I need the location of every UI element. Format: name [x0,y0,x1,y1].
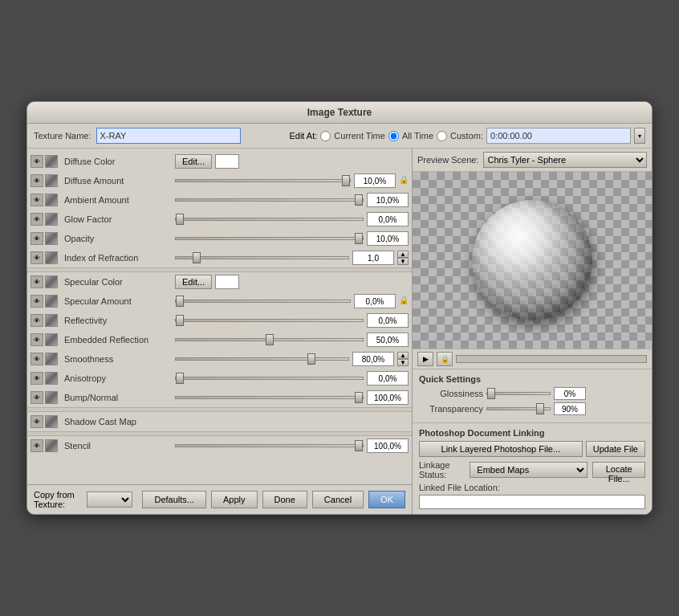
slider-anisotropy[interactable] [175,377,364,380]
eye-icon-specular-amount[interactable]: 👁 [30,295,43,308]
value-field-opacity[interactable] [367,231,409,246]
value-field-glow-factor[interactable] [367,212,409,226]
slider-index-refraction[interactable] [175,256,349,259]
lock-icon-diffuse-amount[interactable]: 🔒 [399,175,409,186]
stepper-up-index-refraction[interactable]: ▲ [397,251,409,258]
eye-icon-index-refraction[interactable]: 👁 [30,251,43,264]
eye-icon-ambient-amount[interactable]: 👁 [30,194,43,206]
value-field-anisotropy[interactable] [367,371,409,386]
eye-icon-diffuse-color[interactable]: 👁 [30,155,43,168]
param-row-index-refraction: 👁Index of Refraction▲▼ [27,248,412,267]
copy-from-select[interactable] [87,492,132,508]
param-label-stencil: Stencil [63,441,175,451]
slider-opacity[interactable] [175,237,364,240]
stepper-up-smoothness[interactable]: ▲ [397,352,409,359]
defaults-button[interactable]: Defaults... [142,491,206,508]
layer-thumb-smoothness[interactable] [45,353,58,365]
eye-icon-glow-factor[interactable]: 👁 [30,213,43,226]
value-field-embedded-reflection[interactable] [367,332,409,347]
layer-thumb-index-refraction[interactable] [45,251,58,264]
preview-scene-select[interactable]: Chris Tyler - Sphere [483,152,647,168]
linkage-select[interactable]: Embed Maps Layered Photoshop File [470,462,588,478]
edit-btn-diffuse-color[interactable]: Edit... [175,154,212,169]
slider-bump-normal[interactable] [175,396,364,399]
custom-radio[interactable] [437,131,447,141]
value-field-ambient-amount[interactable] [367,193,409,207]
value-field-bump-normal[interactable] [367,390,409,405]
layer-thumb-shadow-cast-map[interactable] [45,415,58,428]
eye-icon-reflectivity[interactable]: 👁 [30,314,43,327]
slider-embedded-reflection[interactable] [175,338,364,341]
locate-file-btn[interactable]: Locate File... [592,462,645,478]
cancel-button[interactable]: Cancel [312,491,364,508]
glossiness-slider[interactable] [486,392,551,395]
eye-icon-opacity[interactable]: 👁 [30,232,43,245]
slider-stencil[interactable] [175,444,364,447]
value-field-reflectivity[interactable] [367,313,409,328]
layer-thumb-reflectivity[interactable] [45,314,58,327]
param-label-embedded-reflection: Embedded Reflection [63,335,175,345]
linked-file-input[interactable] [419,495,645,509]
glossiness-value[interactable] [554,387,586,400]
slider-ambient-amount[interactable] [175,198,364,202]
value-field-index-refraction[interactable] [352,251,394,265]
glossiness-label: Glossiness [419,389,483,398]
eye-icon-smoothness[interactable]: 👁 [30,353,43,365]
preview-scene-label: Preview Scene: [417,155,478,165]
edit-at-label: Edit At: [289,131,317,141]
param-row-diffuse-color: 👁Diffuse ColorEdit... [27,152,412,171]
layer-thumb-stencil[interactable] [45,439,58,452]
param-controls-smoothness: ▲▼ [175,352,409,366]
value-field-specular-amount[interactable] [354,294,396,308]
eye-icon-shadow-cast-map[interactable]: 👁 [30,415,43,428]
value-field-diffuse-amount[interactable] [354,173,396,188]
layer-thumb-opacity[interactable] [45,232,58,245]
link-photoshop-btn[interactable]: Link Layered Photoshop File... [419,441,583,457]
texture-name-input[interactable] [96,128,241,144]
done-button[interactable]: Done [262,491,307,508]
param-row-ambient-amount: 👁Ambient Amount [27,190,412,210]
transparency-value[interactable] [554,402,586,415]
eye-icon-bump-normal[interactable]: 👁 [30,391,43,404]
apply-button[interactable]: Apply [211,491,258,508]
slider-glow-factor[interactable] [175,218,364,221]
layer-thumb-embedded-reflection[interactable] [45,333,58,346]
transparency-slider[interactable] [486,407,551,410]
value-field-smoothness[interactable] [352,352,394,366]
layer-thumb-diffuse-color[interactable] [45,155,58,168]
slider-diffuse-amount[interactable] [175,179,351,182]
layer-thumb-ambient-amount[interactable] [45,194,58,206]
row-icons-index-refraction: 👁 [30,251,63,264]
layer-thumb-bump-normal[interactable] [45,391,58,404]
layer-thumb-diffuse-amount[interactable] [45,174,58,187]
layer-thumb-specular-color[interactable] [45,275,58,288]
photoshop-link-row: Link Layered Photoshop File... Update Fi… [419,441,645,457]
update-file-btn[interactable]: Update File [586,441,645,457]
eye-icon-anisotropy[interactable]: 👁 [30,372,43,385]
slider-smoothness[interactable] [175,357,349,361]
edit-btn-specular-color[interactable]: Edit... [175,275,212,289]
preview-play-btn[interactable]: ▶ [417,352,433,366]
all-time-radio[interactable] [388,131,399,141]
time-stepper-btn[interactable]: ▾ [634,128,645,144]
lock-icon-specular-amount[interactable]: 🔒 [399,296,409,307]
value-field-stencil[interactable] [367,439,409,453]
preview-lock-btn[interactable]: 🔒 [437,352,453,366]
row-icons-diffuse-color: 👁 [30,155,63,168]
slider-reflectivity[interactable] [175,319,364,322]
eye-icon-diffuse-amount[interactable]: 👁 [30,174,43,187]
time-field[interactable] [486,128,631,144]
layer-thumb-anisotropy[interactable] [45,372,58,385]
ok-button[interactable]: OK [368,491,405,508]
stepper-down-index-refraction[interactable]: ▼ [397,258,409,265]
eye-icon-stencil[interactable]: 👁 [30,439,43,452]
current-time-radio[interactable] [320,131,331,141]
eye-icon-embedded-reflection[interactable]: 👁 [30,333,43,346]
eye-icon-specular-color[interactable]: 👁 [30,275,43,288]
param-row-specular-amount: 👁Specular Amount🔒 [27,292,412,311]
param-controls-reflectivity [175,313,409,328]
layer-thumb-glow-factor[interactable] [45,213,58,226]
stepper-down-smoothness[interactable]: ▼ [397,359,409,366]
layer-thumb-specular-amount[interactable] [45,295,58,308]
slider-specular-amount[interactable] [175,300,351,303]
